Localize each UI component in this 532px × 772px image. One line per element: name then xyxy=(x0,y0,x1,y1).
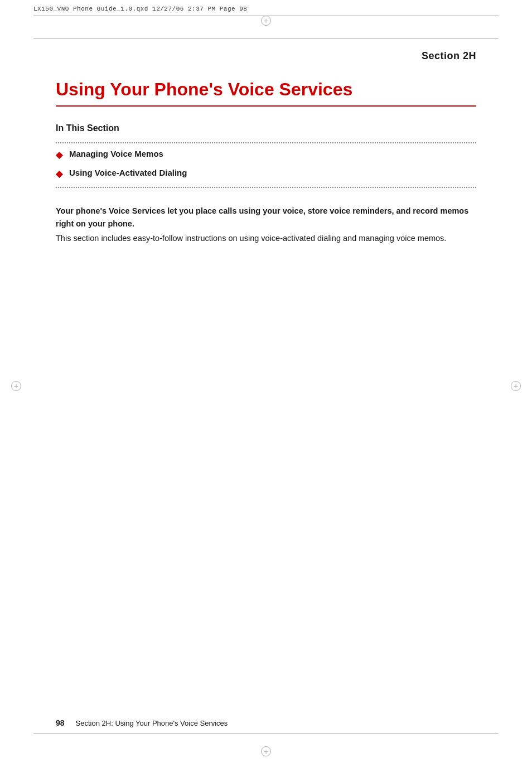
page-header: LX150_VNO Phone Guide_1.0.qxd 12/27/06 2… xyxy=(33,6,499,16)
bullet-diamond-2: ◆ xyxy=(56,168,62,179)
reg-mark-right xyxy=(511,381,521,391)
page-footer: 98 Section 2H: Using Your Phone's Voice … xyxy=(56,718,476,727)
dotted-rule-top xyxy=(56,142,476,143)
body-normal-paragraph: This section includes easy-to-follow ins… xyxy=(56,232,476,244)
header-metadata: LX150_VNO Phone Guide_1.0.qxd 12/27/06 2… xyxy=(33,6,247,12)
in-this-section-block: In This Section ◆ Managing Voice Memos ◆… xyxy=(56,123,476,188)
list-item-label-1: Managing Voice Memos xyxy=(69,149,163,158)
body-bold-paragraph: Your phone's Voice Services let you plac… xyxy=(56,205,476,230)
section-items-list: ◆ Managing Voice Memos ◆ Using Voice-Act… xyxy=(56,149,476,179)
section-label: Section 2H xyxy=(56,50,476,62)
top-rule-line xyxy=(33,38,499,38)
title-block: Using Your Phone's Voice Services xyxy=(56,79,476,107)
bullet-diamond-1: ◆ xyxy=(56,149,62,160)
bottom-rule-line xyxy=(33,734,499,734)
reg-mark-bottom xyxy=(261,746,271,756)
content-area: Section 2H Using Your Phone's Voice Serv… xyxy=(56,50,476,245)
list-item: ◆ Managing Voice Memos xyxy=(56,149,476,160)
list-item: ◆ Using Voice-Activated Dialing xyxy=(56,168,476,179)
page-title: Using Your Phone's Voice Services xyxy=(56,79,476,100)
list-item-label-2: Using Voice-Activated Dialing xyxy=(69,168,187,177)
reg-mark-left xyxy=(11,381,21,391)
dotted-rule-bottom xyxy=(56,187,476,188)
page-container: LX150_VNO Phone Guide_1.0.qxd 12/27/06 2… xyxy=(0,0,532,772)
footer-page-number: 98 xyxy=(56,718,65,727)
in-this-section-heading: In This Section xyxy=(56,123,476,133)
footer-section-text: Section 2H: Using Your Phone's Voice Ser… xyxy=(76,719,228,727)
body-text-block: Your phone's Voice Services let you plac… xyxy=(56,205,476,244)
reg-mark-top xyxy=(261,16,271,26)
